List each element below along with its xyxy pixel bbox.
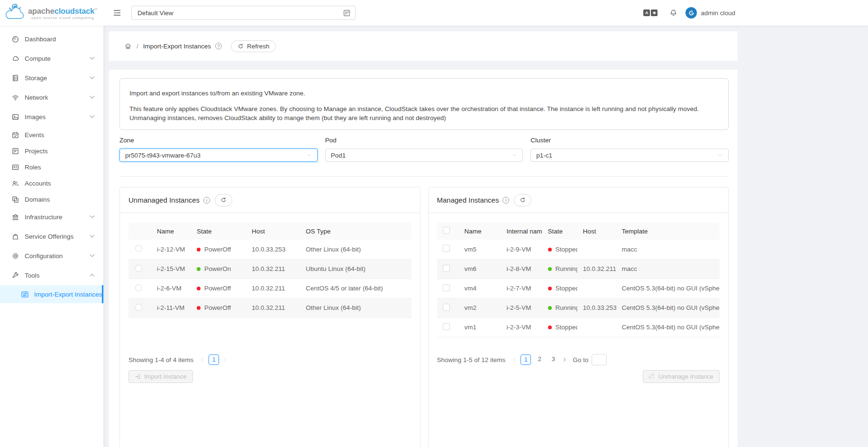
sidebar-item-infrastructure[interactable]: Infrastructure: [0, 207, 103, 227]
unmanaged-actions: Import Instance: [128, 370, 411, 383]
filters-row: Zone pr5075-t943-vmware-67u3 Pod Pod1 Cl…: [119, 136, 729, 162]
sidebar-item-events[interactable]: Events: [0, 127, 103, 143]
pagination-next-icon[interactable]: [222, 357, 228, 363]
pagination-next-icon[interactable]: [562, 357, 567, 363]
reload-icon: [520, 197, 526, 203]
row-radio[interactable]: [135, 265, 142, 272]
table-row[interactable]: vm2i-2-5-VMRunning10.0.33.253CentOS 5.3(…: [437, 298, 720, 317]
cell-internal-name: i-2-8-VM: [501, 259, 542, 279]
table-row[interactable]: i-2-6-VMPowerOff10.0.32.211CentOS 4/5 or…: [128, 279, 411, 298]
sidebar-item-tools[interactable]: Tools: [0, 266, 103, 285]
breadcrumb: / Import-Export Instances ? Refresh: [109, 31, 738, 61]
sidebar-item-images[interactable]: Images: [0, 107, 103, 127]
sidebar-item-label: Storage: [25, 74, 47, 82]
managed-reload-button[interactable]: [514, 194, 531, 206]
info-icon[interactable]: i: [203, 197, 210, 204]
help-icon[interactable]: ?: [215, 43, 222, 49]
notifications-bell-icon[interactable]: [669, 9, 677, 17]
brand-text: apachecloudstack™: [28, 6, 98, 15]
import-instance-button[interactable]: Import Instance: [128, 370, 193, 383]
table-row[interactable]: vm1i-2-3-VMStoppedCentOS 5.3(64-bit) no …: [437, 317, 720, 337]
user-avatar[interactable]: [685, 7, 697, 19]
column-header: OS Type: [299, 223, 411, 240]
sidebar-item-label: Configuration: [25, 252, 63, 260]
pagination-prev-icon[interactable]: [512, 357, 517, 363]
row-checkbox[interactable]: [443, 265, 450, 272]
table-row[interactable]: vm4i-2-7-VMStoppedCentOS 5.3(64-bit) no …: [437, 279, 720, 298]
instances-panels: Unmanaged Instances i Name State Host: [119, 187, 729, 447]
cloudstack-mascot-icon: [3, 3, 25, 22]
zone-label: Zone: [119, 136, 318, 145]
team-icon: [11, 179, 19, 187]
cluster-label: Cluster: [530, 136, 729, 145]
sidebar-item-accounts[interactable]: Accounts: [0, 175, 103, 191]
cell-internal-name: i-2-7-VM: [501, 279, 542, 298]
view-selector[interactable]: Default View: [131, 6, 356, 20]
c ell-host: 10.0.33.253: [245, 240, 299, 259]
sidebar-item-configuration[interactable]: Configuration: [0, 246, 103, 266]
chevron-down-icon: [90, 94, 95, 99]
translate-icon[interactable]: A ★: [643, 9, 658, 16]
pagination-page-1[interactable]: 1: [209, 354, 219, 365]
pagination-prev-icon[interactable]: [200, 357, 205, 363]
refresh-button[interactable]: Refresh: [231, 40, 276, 52]
managed-pagination: Showing 1-5 of 12 items123Go to: [437, 354, 720, 366]
row-checkbox[interactable]: [443, 323, 450, 330]
select-all-checkbox[interactable]: [443, 227, 450, 234]
pod-select[interactable]: Pod1: [325, 149, 523, 162]
sidebar-item-network[interactable]: Network: [0, 88, 103, 107]
sidebar-item-label: Import-Export Instances: [34, 291, 102, 298]
sidebar-item-import-export-instances[interactable]: Import-Export Instances: [0, 285, 103, 303]
zone-select[interactable]: pr5075-t943-vmware-67u3: [119, 149, 318, 162]
sidebar-item-domains[interactable]: Domains: [0, 191, 103, 207]
sidebar-item-storage[interactable]: Storage: [0, 68, 103, 88]
row-checkbox[interactable]: [443, 284, 450, 291]
sidebar-item-label: Service Offerings: [25, 233, 73, 240]
row-radio[interactable]: [135, 304, 142, 311]
sidebar-item-roles[interactable]: Roles: [0, 159, 103, 175]
status-dot: [548, 267, 552, 271]
column-header: Internal name: [501, 223, 542, 240]
sidebar-item-compute[interactable]: Compute: [0, 49, 103, 68]
pagination-page-3[interactable]: 3: [548, 354, 558, 365]
table-row[interactable]: vm6i-2-8-VMRunning10.0.32.211macc: [437, 259, 720, 279]
unmanaged-reload-button[interactable]: [215, 194, 232, 206]
sidebar-item-service-offerings[interactable]: Service Offerings: [0, 227, 103, 246]
row-checkbox[interactable]: [443, 245, 450, 252]
cell-os-type: Other Linux (64-bit): [299, 298, 411, 317]
user-name[interactable]: admin cloud: [701, 9, 735, 17]
translate-star-glyph: ★: [651, 9, 658, 16]
cell-name: i-2-15-VM: [150, 259, 190, 279]
wifi-icon: [11, 93, 19, 102]
row-radio[interactable]: [135, 284, 142, 291]
info-icon[interactable]: i: [503, 197, 509, 204]
c ell-host: 10.0.32.211: [245, 259, 299, 279]
table-row[interactable]: i-2-12-VMPowerOff10.0.33.253Other Linux …: [128, 240, 411, 259]
status-dot: [197, 306, 201, 310]
unmanaged-pagination: Showing 1-4 of 4 items1: [128, 354, 411, 366]
sidebar-item-label: Roles: [25, 164, 41, 171]
brand-tagline: open source cloud computing: [28, 16, 98, 20]
row-checkbox[interactable]: [443, 304, 450, 311]
sidebar-item-label: Projects: [25, 148, 48, 155]
sidebar-item-dashboard[interactable]: Dashboard: [0, 29, 103, 49]
cloudstack-logo[interactable]: apachecloudstack™ open source cloud comp…: [0, 3, 103, 22]
dashboard-icon: [11, 35, 19, 43]
pagination-page-1[interactable]: 1: [521, 354, 531, 365]
menu-fold-icon[interactable]: [113, 9, 121, 17]
home-icon[interactable]: [124, 42, 132, 50]
cluster-select[interactable]: p1-c1: [530, 149, 729, 162]
project-view-icon[interactable]: [343, 9, 351, 17]
row-radio[interactable]: [135, 245, 142, 252]
table-row[interactable]: i-2-11-VMPowerOff10.0.32.211Other Linux …: [128, 298, 411, 317]
pagination-page-2[interactable]: 2: [534, 354, 545, 365]
cell-template: macc: [616, 240, 720, 259]
unmanage-instance-button[interactable]: Unmanage Instance: [643, 370, 720, 383]
status-dot: [548, 248, 552, 251]
sidebar-item-projects[interactable]: Projects: [0, 143, 103, 159]
translate-a-glyph: A: [643, 9, 650, 16]
table-row[interactable]: vm5i-2-9-VMStoppedmacc: [437, 240, 720, 259]
table-row[interactable]: i-2-15-VMPowerOn10.0.32.211Ubuntu Linux …: [128, 259, 411, 279]
goto-page-input[interactable]: [592, 354, 607, 365]
cell-name: i-2-12-VM: [150, 240, 190, 259]
